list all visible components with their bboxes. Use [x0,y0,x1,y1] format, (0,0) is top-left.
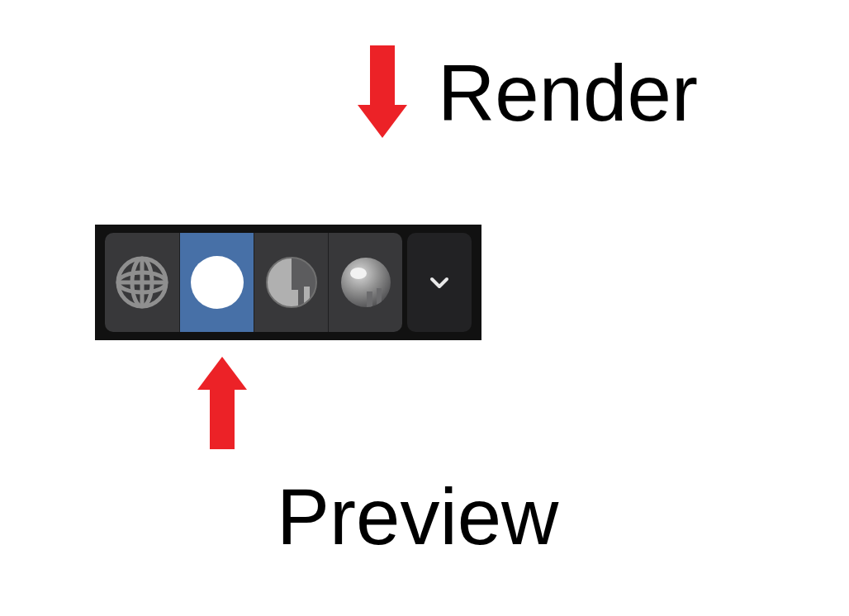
svg-point-14 [350,268,367,279]
shading-mode-group [105,233,402,332]
preview-label: Preview [277,477,558,557]
material-preview-sphere-icon [264,255,319,310]
arrow-up-preview [197,357,247,449]
svg-rect-9 [292,290,298,308]
shading-material-preview-button[interactable] [254,233,328,332]
viewport-shading-toolbar [95,225,481,340]
svg-rect-16 [377,288,382,308]
shading-options-dropdown-button[interactable] [407,233,472,332]
rendered-sphere-icon [339,255,393,310]
svg-point-13 [341,258,391,307]
svg-rect-10 [304,287,310,308]
solid-sphere-icon [188,254,246,311]
wireframe-sphere-icon [115,255,169,310]
shading-rendered-button[interactable] [328,233,402,332]
svg-point-5 [191,256,244,309]
chevron-down-icon [427,270,452,295]
render-label: Render [438,54,698,133]
shading-solid-button[interactable] [179,233,254,332]
svg-rect-15 [367,291,372,308]
arrow-down-render [358,45,407,138]
shading-wireframe-button[interactable] [105,233,179,332]
